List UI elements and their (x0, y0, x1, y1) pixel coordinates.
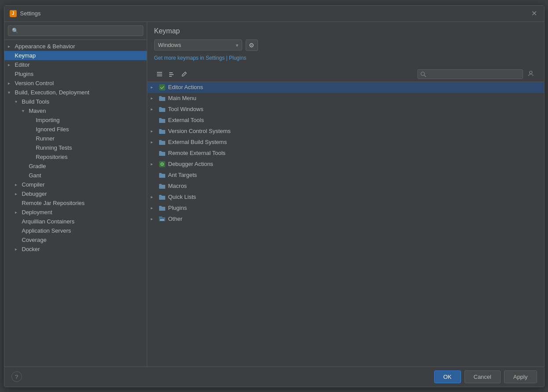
keymap-row-macros[interactable]: Macros (147, 181, 544, 192)
svg-point-12 (162, 164, 163, 165)
keymap-row-other[interactable]: ▸ Other (147, 214, 544, 225)
keymap-row-main-menu[interactable]: ▸ Main Menu (147, 93, 544, 104)
filter-icon (527, 70, 534, 77)
sidebar-item-build-tools[interactable]: ▾Build Tools⧉ (4, 97, 147, 106)
chevron-icon: ▾ (8, 90, 13, 95)
editor-actions-icon (159, 84, 166, 91)
keymap-row-ext-build[interactable]: ▸ External Build Systems (147, 137, 544, 148)
close-button[interactable]: ✕ (530, 9, 539, 18)
help-button[interactable]: ? (11, 371, 22, 382)
sidebar-item-version-control[interactable]: ▸Version Control⧉ (4, 79, 147, 88)
main-content: ▸Appearance & Behavior⧉Keymap▸EditorPlug… (4, 22, 544, 367)
sidebar-item-label: Running Tests (36, 144, 138, 151)
chevron-icon: ▸ (151, 85, 156, 90)
sidebar-item-plugins[interactable]: Plugins⧉ (4, 69, 147, 79)
keymap-row-debugger-actions[interactable]: ▸ Debugger Actions (147, 159, 544, 170)
keymap-row-ant-targets[interactable]: Ant Targets (147, 170, 544, 181)
keymap-settings-button[interactable]: ⚙ (246, 40, 258, 51)
sidebar-item-deployment[interactable]: ▸Deployment⧉ (4, 208, 147, 217)
chevron-icon: ▸ (15, 210, 20, 215)
svg-rect-9 (159, 84, 165, 90)
title-bar: J Settings ✕ (4, 6, 544, 22)
settings-dialog: J Settings ✕ ▸Appearance & Behavior⧉Keym… (4, 5, 544, 387)
sidebar-item-keymap[interactable]: Keymap (4, 51, 147, 60)
bottom-bar: ? OK Cancel Apply (4, 367, 544, 387)
chevron-icon: ▸ (8, 62, 13, 67)
sidebar-item-coverage[interactable]: Coverage⧉ (4, 235, 147, 245)
expand-all-button[interactable] (154, 70, 165, 79)
sidebar-item-label: Debugger (22, 191, 138, 197)
edit-shortcut-button[interactable] (179, 70, 189, 79)
svg-point-17 (163, 219, 164, 220)
sidebar-item-arquillian[interactable]: Arquillian Containers (4, 217, 147, 226)
filter-button[interactable] (525, 69, 537, 80)
keymap-row-tool-windows[interactable]: ▸ Tool Windows (147, 104, 544, 115)
sidebar-item-runner[interactable]: Runner⧉ (4, 134, 147, 143)
sidebar-item-label: Compiler (22, 181, 138, 188)
settings-search-input[interactable] (8, 25, 143, 36)
sidebar-item-app-servers[interactable]: Application Servers (4, 226, 147, 235)
chevron-icon: ▸ (151, 107, 156, 111)
keymap-item-label: Ant Targets (168, 172, 197, 178)
keymap-toolbar (147, 67, 544, 82)
cancel-button[interactable]: Cancel (465, 370, 501, 383)
collapse-all-button[interactable] (167, 70, 177, 79)
sidebar-item-maven[interactable]: ▾Maven⧉ (4, 106, 147, 115)
keymap-row-remote-ext[interactable]: Remote External Tools (147, 148, 544, 159)
sidebar-item-ignored-files[interactable]: Ignored Files⧉ (4, 125, 147, 134)
keymap-row-plugins[interactable]: ▸ Plugins (147, 203, 544, 214)
search-area (417, 69, 523, 79)
sidebar-item-docker[interactable]: ▸Docker (4, 245, 147, 254)
sidebar-item-label: Coverage (22, 237, 138, 243)
chevron-icon: ▾ (15, 99, 20, 104)
keymap-plugins-link[interactable]: Get more keymaps in Settings | Plugins (154, 55, 247, 61)
svg-rect-14 (159, 216, 162, 218)
sidebar-item-gant[interactable]: Gant⧉ (4, 171, 147, 180)
keymap-item-label: Main Menu (168, 95, 196, 101)
svg-point-16 (161, 219, 163, 220)
chevron-icon: ▸ (151, 129, 156, 133)
keymap-item-label: Macros (168, 183, 187, 189)
sidebar-item-label: Runner (36, 135, 138, 142)
keymap-row-editor-actions[interactable]: ▸ Editor Actions (147, 82, 544, 93)
chevron-icon: ▸ (151, 194, 156, 199)
svg-rect-2 (157, 76, 162, 76)
keymap-row-vcs[interactable]: ▸ Version Control Systems (147, 126, 544, 137)
keymap-item-label: Quick Lists (168, 194, 196, 200)
sidebar-item-build-exec-deploy[interactable]: ▾Build, Execution, Deployment (4, 88, 147, 97)
debugger-actions-icon (159, 161, 166, 168)
sidebar-item-label: Remote Jar Repositories (22, 200, 138, 206)
keymap-search-input[interactable] (417, 69, 523, 79)
sidebar-item-label: Keymap (15, 52, 143, 59)
sidebar-item-label: Appearance & Behavior (15, 43, 138, 50)
svg-point-8 (530, 71, 532, 74)
dialog-title: Settings (20, 10, 41, 17)
keymap-row-external-tools[interactable]: External Tools (147, 115, 544, 126)
keymap-row-quick-lists[interactable]: ▸ Quick Lists (147, 192, 544, 203)
sidebar-item-label: Gradle (29, 163, 138, 169)
sidebar-item-label: Editor (15, 61, 143, 68)
folder-icon (159, 117, 166, 124)
sidebar-item-remote-jar[interactable]: Remote Jar Repositories⧉ (4, 198, 147, 208)
sidebar-item-appearance[interactable]: ▸Appearance & Behavior⧉ (4, 42, 147, 51)
nav-tree: ▸Appearance & Behavior⧉Keymap▸EditorPlug… (4, 40, 147, 367)
chevron-icon: ▸ (151, 205, 156, 210)
sidebar-item-compiler[interactable]: ▸Compiler⧉ (4, 180, 147, 189)
sidebar-item-running-tests[interactable]: Running Tests⧉ (4, 143, 147, 152)
chevron-icon: ▸ (151, 96, 156, 101)
keymap-item-label: Version Control Systems (168, 128, 231, 134)
sidebar-item-editor[interactable]: ▸Editor (4, 60, 147, 69)
expand-all-icon (156, 71, 163, 77)
sidebar-item-debugger[interactable]: ▸Debugger⧉ (4, 189, 147, 198)
apply-button[interactable]: Apply (504, 370, 537, 383)
keymap-dropdown[interactable]: WindowsMac OS XEclipseIntelliJ IDEA Clas… (154, 40, 242, 50)
ok-button[interactable]: OK (434, 370, 461, 383)
sidebar-item-importing[interactable]: Importing⧉ (4, 115, 147, 125)
folder-icon (159, 95, 166, 102)
other-icon (159, 216, 166, 223)
sidebar-item-repositories[interactable]: Repositories⧉ (4, 152, 147, 162)
folder-icon (159, 183, 166, 190)
folder-icon (159, 205, 166, 212)
keymap-item-label: Tool Windows (168, 106, 203, 112)
sidebar-item-gradle[interactable]: Gradle⧉ (4, 162, 147, 171)
